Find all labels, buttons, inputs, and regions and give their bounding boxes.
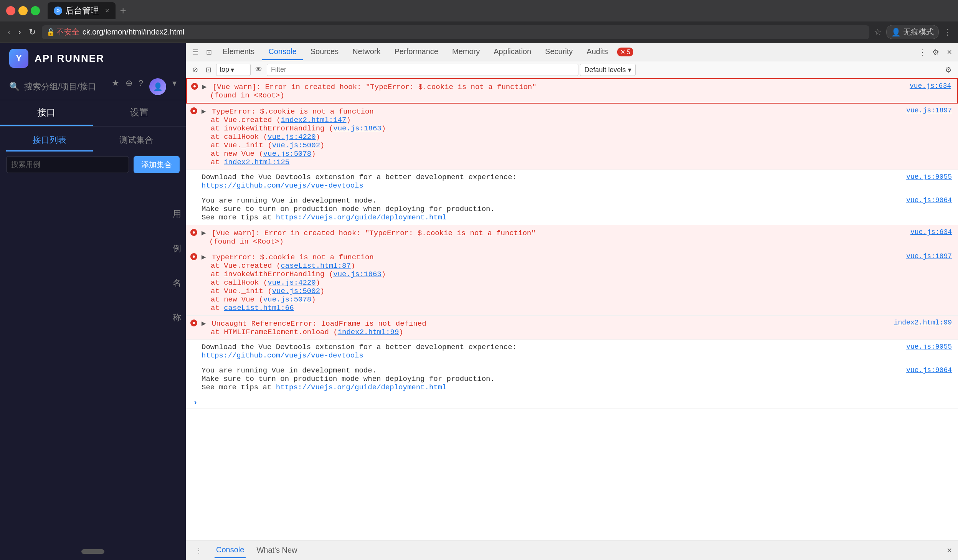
entry8-text: Download the Vue Devtools extension for … — [202, 343, 517, 351]
link-vue2-5078[interactable]: vue.js:5078 — [263, 295, 311, 304]
example-search-input[interactable]: 搜索用例 — [6, 156, 129, 173]
console-settings-button[interactable]: ⚙ — [942, 64, 955, 76]
entry8-link[interactable]: https://github.com/vuejs/vue-devtools — [202, 351, 363, 360]
entry7-source[interactable]: index2.html:99 — [891, 317, 958, 338]
link-index2-147[interactable]: index2.html:147 — [281, 116, 346, 124]
link-vue-4220[interactable]: vue.js:4220 — [268, 133, 315, 141]
entry8-source[interactable]: vue.js:9055 — [903, 341, 958, 361]
entry2-source[interactable]: vue.js:1897 — [903, 105, 958, 168]
devtools-tab-performance[interactable]: Performance — [388, 44, 445, 60]
console-levels-button[interactable]: Default levels ▾ — [580, 64, 635, 76]
context-selector[interactable]: top ▾ — [216, 64, 251, 76]
bottom-close-button[interactable]: × — [947, 545, 952, 555]
entry6-icon: ● — [186, 251, 202, 314]
entry6-source[interactable]: vue.js:1897 — [903, 251, 958, 314]
console-filter-input[interactable] — [267, 64, 578, 76]
entry3-source[interactable]: vue.js:9055 — [903, 171, 958, 191]
entry6-line2: at invokeWithErrorHandling (vue.js:1863) — [202, 270, 900, 278]
link-vue2-1863[interactable]: vue.js:1863 — [333, 270, 381, 278]
entry1-source[interactable]: vue.js:634 — [907, 81, 957, 101]
devtools-more-button[interactable]: ⋮ — [917, 46, 928, 58]
chevron-down-icon[interactable]: ▾ — [172, 78, 177, 95]
menu-button[interactable]: ⋮ — [943, 27, 952, 37]
entry2-triangle[interactable]: ▶ — [202, 107, 206, 116]
security-tab-label: Security — [545, 47, 573, 56]
link-caselist-66[interactable]: caseList.html:66 — [224, 304, 294, 312]
devtools-tab-audits[interactable]: Audits — [580, 44, 614, 60]
tab-title: 后台管理 — [65, 5, 99, 16]
context-dropdown-icon: ▾ — [231, 66, 234, 74]
active-tab[interactable]: ⚙ 后台管理 × — [48, 2, 116, 19]
minimize-traffic-light[interactable] — [18, 6, 28, 15]
entry7-body: ▶ Uncaught ReferenceError: loadFrame is … — [202, 317, 891, 338]
incognito-button[interactable]: 👤 无痕模式 — [886, 25, 939, 39]
devtools-tab-application[interactable]: Application — [487, 44, 537, 60]
devtools-icon-btn-2[interactable]: ⊡ — [203, 46, 215, 58]
entry6-triangle[interactable]: ▶ — [202, 253, 206, 262]
star-icon[interactable]: ★ — [112, 78, 119, 95]
audits-tab-label: Audits — [586, 47, 608, 56]
link-vue-1863[interactable]: vue.js:1863 — [333, 124, 381, 133]
close-traffic-light[interactable] — [6, 6, 15, 15]
entry2-line1: at Vue.created (index2.html:147) — [202, 116, 900, 124]
tab-settings[interactable]: 设置 — [93, 100, 186, 126]
bottom-tab-console[interactable]: Console — [215, 542, 246, 558]
subtab-test[interactable]: 测试集合 — [93, 130, 180, 152]
entry9-line1: You are running Vue in development mode. — [202, 366, 377, 375]
entry4-source[interactable]: vue.js:9064 — [903, 195, 958, 223]
entry4-link[interactable]: https://vuejs.org/guide/deployment.html — [276, 213, 447, 222]
help-icon[interactable]: ? — [139, 78, 143, 95]
scrollbar-thumb[interactable] — [81, 549, 104, 554]
devtools-tab-network[interactable]: Network — [346, 44, 387, 60]
subtab-list[interactable]: 接口列表 — [6, 130, 93, 152]
devtools-close-button[interactable]: × — [944, 46, 955, 59]
devtools-bottom-menu[interactable]: ⋮ — [192, 545, 205, 556]
entry1-triangle[interactable]: ▶ — [202, 83, 206, 91]
console-eye-button[interactable]: 👁 — [252, 64, 265, 75]
devtools-tab-memory[interactable]: Memory — [446, 44, 486, 60]
entry5-source[interactable]: vue.js:634 — [907, 227, 958, 247]
tab-api[interactable]: 接口 — [0, 100, 93, 126]
devtools-icon-btn-1[interactable]: ☰ — [189, 46, 202, 58]
new-tab-button[interactable]: + — [117, 3, 129, 18]
prompt-body[interactable] — [202, 397, 958, 407]
avatar-wrapper[interactable]: 👤 — [149, 78, 166, 95]
maximize-traffic-light[interactable] — [31, 6, 40, 15]
link-vue2-5002[interactable]: vue.js:5002 — [272, 287, 320, 295]
devtools-gear-button[interactable]: ⚙ — [929, 46, 942, 58]
link-index2-99[interactable]: index2.html:99 — [338, 328, 399, 336]
devtools-tab-elements[interactable]: Elements — [216, 44, 261, 60]
entry3-link[interactable]: https://github.com/vuejs/vue-devtools — [202, 181, 363, 190]
link-vue-5078[interactable]: vue.js:5078 — [263, 150, 311, 158]
incognito-icon: 👤 — [891, 28, 901, 37]
console-clear-button[interactable]: ⊘ — [189, 64, 201, 76]
entry9-line2: Make sure to turn on production mode whe… — [202, 375, 495, 383]
link-vue2-4220[interactable]: vue.js:4220 — [268, 278, 315, 287]
entry9-source[interactable]: vue.js:9064 — [903, 365, 958, 393]
reload-button[interactable]: ↻ — [27, 26, 37, 39]
add-set-button[interactable]: 添加集合 — [134, 156, 180, 173]
tab-close-button[interactable]: × — [105, 7, 109, 15]
console-filter-button[interactable]: ⊡ — [203, 64, 215, 76]
link-caselist-87[interactable]: caseList.html:87 — [281, 262, 350, 270]
entry9-link[interactable]: https://vuejs.org/guide/deployment.html — [276, 383, 447, 392]
forward-button[interactable]: › — [17, 26, 22, 39]
back-button[interactable]: ‹ — [6, 26, 12, 39]
main-content: Y API RUNNER 🔍 搜索分组/项目/接口 ★ ⊕ ? 👤 ▾ — [0, 43, 958, 560]
add-icon[interactable]: ⊕ — [126, 78, 132, 95]
devtools-tab-security[interactable]: Security — [539, 44, 579, 60]
bookmark-button[interactable]: ☆ — [874, 27, 882, 37]
devtools-tab-sources[interactable]: Sources — [304, 44, 345, 60]
app-header: Y API RUNNER — [0, 43, 186, 74]
search-placeholder[interactable]: 搜索分组/项目/接口 — [24, 81, 107, 92]
entry7-triangle[interactable]: ▶ — [202, 320, 206, 328]
address-field[interactable]: 🔓 不安全 ck.org/lemon/html/index2.html — [42, 25, 869, 39]
link-index2-125[interactable]: index2.html:125 — [224, 158, 289, 166]
link-vue-5002[interactable]: vue.js:5002 — [272, 141, 320, 150]
side-label-2: 例 — [173, 243, 181, 254]
console-toolbar: ⊘ ⊡ top ▾ 👁 Default levels ▾ ⚙ — [186, 61, 958, 78]
bottom-tab-whats-new[interactable]: What's New — [255, 543, 299, 558]
entry5-icon: ● — [186, 227, 202, 247]
entry5-triangle[interactable]: ▶ — [202, 229, 206, 237]
devtools-tab-console[interactable]: Console — [262, 44, 302, 60]
